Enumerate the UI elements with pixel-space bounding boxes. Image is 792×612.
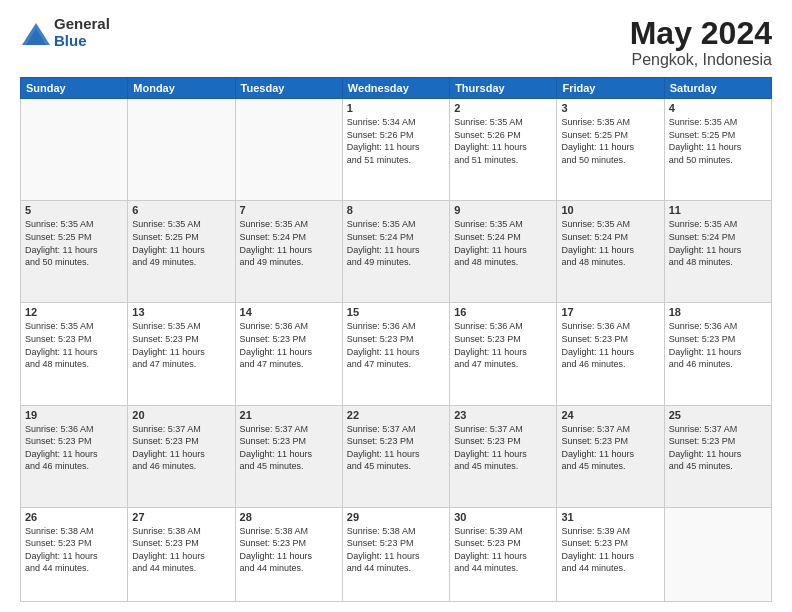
day-number: 15 xyxy=(347,306,445,318)
day-info: Sunrise: 5:39 AM Sunset: 5:23 PM Dayligh… xyxy=(561,525,659,575)
day-info: Sunrise: 5:35 AM Sunset: 5:25 PM Dayligh… xyxy=(132,218,230,268)
calendar-week-row: 19Sunrise: 5:36 AM Sunset: 5:23 PM Dayli… xyxy=(21,405,772,507)
table-row: 9Sunrise: 5:35 AM Sunset: 5:24 PM Daylig… xyxy=(450,201,557,303)
day-number: 25 xyxy=(669,409,767,421)
table-row: 12Sunrise: 5:35 AM Sunset: 5:23 PM Dayli… xyxy=(21,303,128,405)
table-row: 16Sunrise: 5:36 AM Sunset: 5:23 PM Dayli… xyxy=(450,303,557,405)
logo-text: General Blue xyxy=(54,16,110,49)
table-row: 1Sunrise: 5:34 AM Sunset: 5:26 PM Daylig… xyxy=(342,99,449,201)
col-friday: Friday xyxy=(557,78,664,99)
day-number: 17 xyxy=(561,306,659,318)
day-number: 9 xyxy=(454,204,552,216)
col-tuesday: Tuesday xyxy=(235,78,342,99)
day-number: 29 xyxy=(347,511,445,523)
calendar-header-row: Sunday Monday Tuesday Wednesday Thursday… xyxy=(21,78,772,99)
day-number: 8 xyxy=(347,204,445,216)
table-row: 20Sunrise: 5:37 AM Sunset: 5:23 PM Dayli… xyxy=(128,405,235,507)
calendar-week-row: 1Sunrise: 5:34 AM Sunset: 5:26 PM Daylig… xyxy=(21,99,772,201)
day-number: 5 xyxy=(25,204,123,216)
day-number: 7 xyxy=(240,204,338,216)
day-number: 6 xyxy=(132,204,230,216)
day-number: 1 xyxy=(347,102,445,114)
title-location: Pengkok, Indonesia xyxy=(630,51,772,69)
table-row xyxy=(664,507,771,601)
day-info: Sunrise: 5:37 AM Sunset: 5:23 PM Dayligh… xyxy=(561,423,659,473)
day-info: Sunrise: 5:39 AM Sunset: 5:23 PM Dayligh… xyxy=(454,525,552,575)
day-info: Sunrise: 5:35 AM Sunset: 5:23 PM Dayligh… xyxy=(132,320,230,370)
day-info: Sunrise: 5:37 AM Sunset: 5:23 PM Dayligh… xyxy=(347,423,445,473)
col-sunday: Sunday xyxy=(21,78,128,99)
day-info: Sunrise: 5:35 AM Sunset: 5:25 PM Dayligh… xyxy=(25,218,123,268)
day-info: Sunrise: 5:36 AM Sunset: 5:23 PM Dayligh… xyxy=(561,320,659,370)
table-row: 21Sunrise: 5:37 AM Sunset: 5:23 PM Dayli… xyxy=(235,405,342,507)
calendar-table: Sunday Monday Tuesday Wednesday Thursday… xyxy=(20,77,772,602)
day-info: Sunrise: 5:35 AM Sunset: 5:26 PM Dayligh… xyxy=(454,116,552,166)
day-number: 23 xyxy=(454,409,552,421)
table-row: 15Sunrise: 5:36 AM Sunset: 5:23 PM Dayli… xyxy=(342,303,449,405)
day-info: Sunrise: 5:37 AM Sunset: 5:23 PM Dayligh… xyxy=(454,423,552,473)
day-number: 18 xyxy=(669,306,767,318)
table-row: 26Sunrise: 5:38 AM Sunset: 5:23 PM Dayli… xyxy=(21,507,128,601)
day-number: 21 xyxy=(240,409,338,421)
day-info: Sunrise: 5:34 AM Sunset: 5:26 PM Dayligh… xyxy=(347,116,445,166)
day-number: 27 xyxy=(132,511,230,523)
table-row: 11Sunrise: 5:35 AM Sunset: 5:24 PM Dayli… xyxy=(664,201,771,303)
day-info: Sunrise: 5:37 AM Sunset: 5:23 PM Dayligh… xyxy=(132,423,230,473)
day-number: 19 xyxy=(25,409,123,421)
day-number: 16 xyxy=(454,306,552,318)
day-info: Sunrise: 5:38 AM Sunset: 5:23 PM Dayligh… xyxy=(240,525,338,575)
table-row: 8Sunrise: 5:35 AM Sunset: 5:24 PM Daylig… xyxy=(342,201,449,303)
table-row xyxy=(21,99,128,201)
day-info: Sunrise: 5:37 AM Sunset: 5:23 PM Dayligh… xyxy=(669,423,767,473)
table-row: 27Sunrise: 5:38 AM Sunset: 5:23 PM Dayli… xyxy=(128,507,235,601)
day-info: Sunrise: 5:35 AM Sunset: 5:24 PM Dayligh… xyxy=(669,218,767,268)
day-info: Sunrise: 5:35 AM Sunset: 5:24 PM Dayligh… xyxy=(347,218,445,268)
table-row: 18Sunrise: 5:36 AM Sunset: 5:23 PM Dayli… xyxy=(664,303,771,405)
title-block: May 2024 Pengkok, Indonesia xyxy=(630,16,772,69)
table-row: 28Sunrise: 5:38 AM Sunset: 5:23 PM Dayli… xyxy=(235,507,342,601)
day-number: 4 xyxy=(669,102,767,114)
table-row: 3Sunrise: 5:35 AM Sunset: 5:25 PM Daylig… xyxy=(557,99,664,201)
day-number: 10 xyxy=(561,204,659,216)
day-info: Sunrise: 5:36 AM Sunset: 5:23 PM Dayligh… xyxy=(347,320,445,370)
day-info: Sunrise: 5:38 AM Sunset: 5:23 PM Dayligh… xyxy=(132,525,230,575)
day-info: Sunrise: 5:35 AM Sunset: 5:25 PM Dayligh… xyxy=(561,116,659,166)
logo-icon xyxy=(20,21,50,45)
table-row xyxy=(235,99,342,201)
table-row: 6Sunrise: 5:35 AM Sunset: 5:25 PM Daylig… xyxy=(128,201,235,303)
table-row: 4Sunrise: 5:35 AM Sunset: 5:25 PM Daylig… xyxy=(664,99,771,201)
page: General Blue May 2024 Pengkok, Indonesia… xyxy=(0,0,792,612)
table-row xyxy=(128,99,235,201)
table-row: 31Sunrise: 5:39 AM Sunset: 5:23 PM Dayli… xyxy=(557,507,664,601)
day-number: 14 xyxy=(240,306,338,318)
day-number: 12 xyxy=(25,306,123,318)
col-thursday: Thursday xyxy=(450,78,557,99)
col-monday: Monday xyxy=(128,78,235,99)
day-info: Sunrise: 5:38 AM Sunset: 5:23 PM Dayligh… xyxy=(25,525,123,575)
table-row: 30Sunrise: 5:39 AM Sunset: 5:23 PM Dayli… xyxy=(450,507,557,601)
header: General Blue May 2024 Pengkok, Indonesia xyxy=(20,16,772,69)
day-number: 31 xyxy=(561,511,659,523)
calendar-week-row: 5Sunrise: 5:35 AM Sunset: 5:25 PM Daylig… xyxy=(21,201,772,303)
day-number: 22 xyxy=(347,409,445,421)
calendar-week-row: 26Sunrise: 5:38 AM Sunset: 5:23 PM Dayli… xyxy=(21,507,772,601)
day-info: Sunrise: 5:35 AM Sunset: 5:23 PM Dayligh… xyxy=(25,320,123,370)
table-row: 29Sunrise: 5:38 AM Sunset: 5:23 PM Dayli… xyxy=(342,507,449,601)
logo: General Blue xyxy=(20,16,110,49)
calendar-week-row: 12Sunrise: 5:35 AM Sunset: 5:23 PM Dayli… xyxy=(21,303,772,405)
col-saturday: Saturday xyxy=(664,78,771,99)
day-info: Sunrise: 5:35 AM Sunset: 5:25 PM Dayligh… xyxy=(669,116,767,166)
table-row: 22Sunrise: 5:37 AM Sunset: 5:23 PM Dayli… xyxy=(342,405,449,507)
table-row: 23Sunrise: 5:37 AM Sunset: 5:23 PM Dayli… xyxy=(450,405,557,507)
table-row: 2Sunrise: 5:35 AM Sunset: 5:26 PM Daylig… xyxy=(450,99,557,201)
table-row: 5Sunrise: 5:35 AM Sunset: 5:25 PM Daylig… xyxy=(21,201,128,303)
table-row: 14Sunrise: 5:36 AM Sunset: 5:23 PM Dayli… xyxy=(235,303,342,405)
day-info: Sunrise: 5:36 AM Sunset: 5:23 PM Dayligh… xyxy=(454,320,552,370)
day-number: 26 xyxy=(25,511,123,523)
day-number: 11 xyxy=(669,204,767,216)
table-row: 25Sunrise: 5:37 AM Sunset: 5:23 PM Dayli… xyxy=(664,405,771,507)
table-row: 7Sunrise: 5:35 AM Sunset: 5:24 PM Daylig… xyxy=(235,201,342,303)
day-info: Sunrise: 5:38 AM Sunset: 5:23 PM Dayligh… xyxy=(347,525,445,575)
day-number: 30 xyxy=(454,511,552,523)
day-number: 28 xyxy=(240,511,338,523)
